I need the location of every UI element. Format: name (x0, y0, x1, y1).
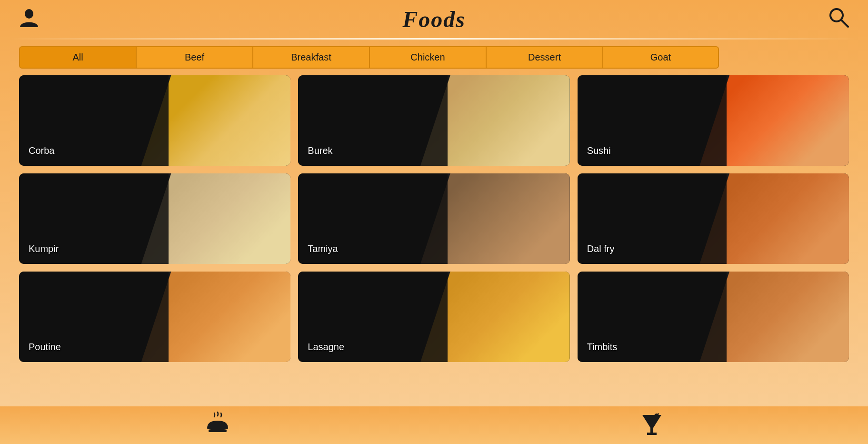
category-tab-goat[interactable]: Goat (602, 46, 719, 69)
food-card-label-burek: Burek (308, 145, 332, 156)
category-tabs: AllBeefBreakfastChickenDessertGoat (0, 40, 868, 75)
bottom-nav (0, 406, 868, 444)
food-nav-icon[interactable] (205, 411, 231, 439)
svg-point-0 (25, 9, 33, 19)
food-card-timbits[interactable]: Timbits (578, 272, 849, 362)
header: Foods (0, 0, 868, 38)
svg-line-2 (841, 20, 848, 27)
category-tab-beef[interactable]: Beef (136, 46, 252, 69)
category-tab-chicken[interactable]: Chicken (369, 46, 486, 69)
food-card-label-tamiya: Tamiya (308, 243, 338, 254)
food-card-tamiya[interactable]: Tamiya (298, 173, 569, 264)
category-tab-all[interactable]: All (19, 46, 136, 69)
food-card-label-poutine: Poutine (29, 342, 61, 353)
food-card-dalfry[interactable]: Dal fry (578, 173, 849, 264)
food-card-poutine[interactable]: Poutine (19, 272, 290, 362)
category-tab-breakfast[interactable]: Breakfast (252, 46, 369, 69)
page-title: Foods (402, 6, 466, 32)
food-card-label-lasagne: Lasagne (308, 342, 344, 353)
food-card-label-dalfry: Dal fry (587, 243, 615, 254)
food-card-burek[interactable]: Burek (298, 75, 569, 166)
food-card-label-timbits: Timbits (587, 342, 618, 353)
food-card-kumpir[interactable]: Kumpir (19, 173, 290, 264)
drink-nav-icon[interactable] (640, 411, 664, 439)
category-tab-dessert[interactable]: Dessert (486, 46, 602, 69)
food-card-lasagne[interactable]: Lasagne (298, 272, 569, 362)
search-icon[interactable] (828, 7, 849, 32)
food-card-label-kumpir: Kumpir (29, 243, 59, 254)
user-icon[interactable] (19, 7, 39, 31)
food-card-label-corba: Corba (29, 145, 54, 156)
svg-rect-4 (209, 430, 227, 432)
food-card-corba[interactable]: Corba (19, 75, 290, 166)
food-card-sushi[interactable]: Sushi (578, 75, 849, 166)
food-grid: Corba Burek Sushi Kumpir Tamiya (0, 75, 868, 367)
food-card-label-sushi: Sushi (587, 145, 611, 156)
